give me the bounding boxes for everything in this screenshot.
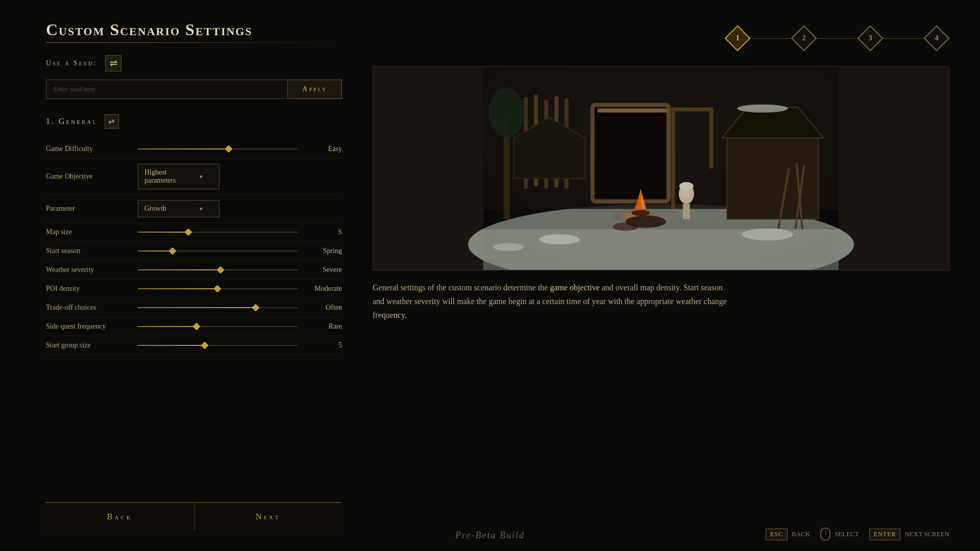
step-number-2: 3 xyxy=(869,34,872,42)
step-diamond-shape-1: 2 xyxy=(791,26,817,52)
slider-thumb-5[interactable] xyxy=(217,266,224,273)
setting-control-5: Severe xyxy=(138,266,342,274)
step-diamond-shape-2: 3 xyxy=(857,26,884,52)
setting-label-1: Game Objective xyxy=(46,172,138,181)
step-item-3[interactable]: 4 xyxy=(883,26,949,51)
enter-key: ENTER xyxy=(869,529,901,540)
section-number: 1. General xyxy=(46,117,97,126)
step-item-0[interactable]: 1 xyxy=(725,26,750,51)
svg-rect-38 xyxy=(483,67,839,270)
slider-track-5[interactable] xyxy=(138,269,298,270)
title-underline xyxy=(46,42,342,43)
setting-control-2: Growth▼ xyxy=(138,200,342,217)
step-diamond-0: 1 xyxy=(725,26,750,51)
seed-label: Use a Seed: xyxy=(46,59,97,67)
dropdown-arrow-2: ▼ xyxy=(199,206,204,212)
setting-label-8: Side quest frequency xyxy=(46,322,138,331)
setting-row-1: Game ObjectiveHighest parameters▼ xyxy=(46,159,342,195)
pre-beta-label: Pre-Beta Build xyxy=(455,530,525,541)
step-diamond-3: 4 xyxy=(924,26,949,51)
back-button[interactable]: Back xyxy=(46,503,194,531)
seed-input[interactable] xyxy=(46,80,288,99)
select-hint: SELECT xyxy=(820,528,859,541)
setting-label-7: Trade-off choices xyxy=(46,304,138,312)
left-panel: Custom Scenario Settings Use a Seed: ⇌ A… xyxy=(46,20,342,531)
setting-row-8: Side quest frequencyRare xyxy=(46,317,342,336)
setting-value-3: S xyxy=(306,228,342,236)
setting-row-5: Weather severitySevere xyxy=(46,261,342,280)
select-label: SELECT xyxy=(835,530,859,538)
slider-track-7[interactable] xyxy=(138,307,298,308)
esc-key: ESC xyxy=(766,529,788,540)
slider-track-8[interactable] xyxy=(138,326,298,327)
setting-row-4: Start seasonSpring xyxy=(46,242,342,261)
slider-thumb-9[interactable] xyxy=(201,342,208,349)
dropdown-1[interactable]: Highest parameters▼ xyxy=(138,164,219,189)
slider-track-6[interactable] xyxy=(138,288,298,289)
step-item-1[interactable]: 2 xyxy=(750,26,817,51)
setting-value-6: Moderate xyxy=(306,285,342,293)
page-title: Custom Scenario Settings xyxy=(46,20,342,39)
mouse-icon xyxy=(820,528,830,541)
setting-value-7: Often xyxy=(306,304,342,312)
setting-control-0: Easy xyxy=(138,145,342,153)
settings-list: Game DifficultyEasyGame ObjectiveHighest… xyxy=(46,140,342,355)
preview-image xyxy=(373,66,949,270)
seed-input-row: Apply xyxy=(46,80,342,99)
dropdown-value-1: Highest parameters xyxy=(144,168,194,185)
setting-control-6: Moderate xyxy=(138,285,342,293)
step-line-2 xyxy=(817,38,857,39)
step-number-3: 4 xyxy=(935,34,939,42)
setting-value-8: Rare xyxy=(306,322,342,331)
setting-row-3: Map sizeS xyxy=(46,223,342,242)
slider-thumb-8[interactable] xyxy=(193,323,200,330)
setting-label-6: POI density xyxy=(46,285,138,293)
setting-row-7: Trade-off choicesOften xyxy=(46,298,342,317)
setting-control-3: S xyxy=(138,228,342,236)
setting-control-8: Rare xyxy=(138,322,342,331)
dropdown-2[interactable]: Growth▼ xyxy=(138,200,219,217)
step-number-0: 1 xyxy=(736,34,740,42)
setting-row-2: ParameterGrowth▼ xyxy=(46,195,342,223)
dropdown-value-2: Growth xyxy=(144,205,166,213)
slider-thumb-6[interactable] xyxy=(214,285,221,292)
step-indicators: 1234 xyxy=(373,26,949,51)
esc-hint: ESC BACK xyxy=(766,529,810,540)
slider-thumb-4[interactable] xyxy=(169,247,176,255)
slider-track-0[interactable] xyxy=(138,148,298,149)
next-button[interactable]: Next xyxy=(194,503,342,531)
bottom-bar: ESC BACK SELECT ENTER NEXT SCREEN xyxy=(766,528,949,541)
slider-thumb-0[interactable] xyxy=(225,145,232,153)
step-line-3 xyxy=(883,38,924,39)
setting-value-0: Easy xyxy=(306,145,342,153)
description-text: General settings of the custom scenario … xyxy=(373,281,730,322)
enter-label: NEXT SCREEN xyxy=(904,530,949,538)
setting-label-0: Game Difficulty xyxy=(46,145,138,153)
slider-track-4[interactable] xyxy=(138,251,298,252)
setting-value-9: 5 xyxy=(306,341,342,349)
seed-shuffle-button[interactable]: ⇌ xyxy=(105,55,121,71)
apply-button[interactable]: Apply xyxy=(288,80,342,99)
slider-track-9[interactable] xyxy=(138,345,298,346)
step-diamond-shape-0: 1 xyxy=(725,26,751,52)
step-diamond-1: 2 xyxy=(791,26,817,51)
step-line-1 xyxy=(750,38,791,39)
setting-label-2: Parameter xyxy=(46,205,138,213)
setting-row-0: Game DifficultyEasy xyxy=(46,140,342,159)
step-diamond-shape-3: 4 xyxy=(924,26,950,52)
setting-label-3: Map size xyxy=(46,228,138,236)
seed-section: Use a Seed: ⇌ xyxy=(46,55,342,71)
slider-track-3[interactable] xyxy=(138,232,298,233)
right-panel: 1234 xyxy=(373,20,949,531)
step-item-2[interactable]: 3 xyxy=(817,26,883,51)
section-shuffle-button[interactable]: ⇌ xyxy=(105,114,119,129)
setting-control-4: Spring xyxy=(138,247,342,255)
setting-label-5: Weather severity xyxy=(46,266,138,274)
slider-thumb-3[interactable] xyxy=(185,229,192,236)
esc-label: BACK xyxy=(792,530,810,538)
enter-hint: ENTER NEXT SCREEN xyxy=(869,529,949,540)
slider-thumb-7[interactable] xyxy=(252,304,259,311)
setting-row-9: Start group size5 xyxy=(46,336,342,355)
setting-control-7: Often xyxy=(138,304,342,312)
setting-control-9: 5 xyxy=(138,341,342,349)
